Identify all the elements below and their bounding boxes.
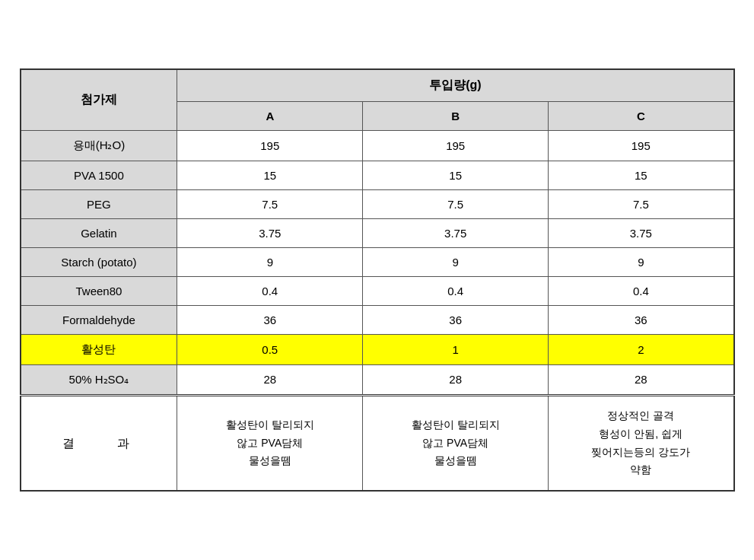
col-b-cell: 0.4	[363, 276, 549, 305]
col-c-cell: 195	[549, 130, 734, 161]
col-c-cell: 9	[549, 247, 734, 276]
result-col-a: 활성탄이 탈리되지 않고 PVA담체 물성을뗌	[177, 395, 363, 491]
col-a-cell: 195	[177, 130, 363, 161]
result-label: 결 과	[21, 395, 177, 491]
col-b-cell: 195	[363, 130, 549, 161]
col-a-cell: 7.5	[177, 189, 363, 218]
additive-cell: 용매(H₂O)	[21, 130, 177, 161]
additive-cell: Gelatin	[21, 218, 177, 247]
table-row: Starch (potato)999	[21, 247, 734, 276]
col-b-cell: 9	[363, 247, 549, 276]
additive-cell: PEG	[21, 189, 177, 218]
table-row: 활성탄0.512	[21, 334, 734, 364]
additive-header: 첨가제	[21, 69, 177, 131]
additive-cell: 50% H₂SO₄	[21, 364, 177, 395]
additive-cell: 활성탄	[21, 334, 177, 364]
table-body: 용매(H₂O)195195195PVA 1500151515PEG7.57.57…	[21, 130, 734, 491]
col-a-cell: 36	[177, 305, 363, 334]
additive-cell: Starch (potato)	[21, 247, 177, 276]
col-a-cell: 28	[177, 364, 363, 395]
data-table: 첨가제 투입량(g) A B C 용매(H₂O)195195195PVA 150…	[20, 68, 735, 492]
table-row: 50% H₂SO₄282828	[21, 364, 734, 395]
col-a-cell: 15	[177, 161, 363, 189]
table-row: Formaldehyde363636	[21, 305, 734, 334]
col-b-cell: 28	[363, 364, 549, 395]
header-row: 첨가제 투입량(g)	[21, 69, 734, 102]
additive-cell: Formaldehyde	[21, 305, 177, 334]
table-row: Gelatin3.753.753.75	[21, 218, 734, 247]
col-c-cell: 3.75	[549, 218, 734, 247]
col-b-cell: 15	[363, 161, 549, 189]
col-c-cell: 7.5	[549, 189, 734, 218]
table-row: PVA 1500151515	[21, 161, 734, 189]
result-col-b: 활성탄이 탈리되지 않고 PVA담체 물성을뗌	[363, 395, 549, 491]
col-c-header: C	[549, 101, 734, 130]
col-a-cell: 9	[177, 247, 363, 276]
col-c-cell: 2	[549, 334, 734, 364]
col-c-cell: 0.4	[549, 276, 734, 305]
col-b-cell: 1	[363, 334, 549, 364]
table-row: 용매(H₂O)195195195	[21, 130, 734, 161]
table-wrapper: 첨가제 투입량(g) A B C 용매(H₂O)195195195PVA 150…	[20, 68, 735, 492]
col-c-cell: 36	[549, 305, 734, 334]
col-b-cell: 36	[363, 305, 549, 334]
result-col-c: 정상적인 골격 형성이 안됨, 쉽게 찢어지는등의 강도가 약함	[549, 395, 734, 491]
result-row: 결 과활성탄이 탈리되지 않고 PVA담체 물성을뗌활성탄이 탈리되지 않고 P…	[21, 395, 734, 491]
col-c-cell: 15	[549, 161, 734, 189]
col-a-cell: 0.5	[177, 334, 363, 364]
col-b-header: B	[363, 101, 549, 130]
col-a-header: A	[177, 101, 363, 130]
col-b-cell: 3.75	[363, 218, 549, 247]
col-a-cell: 3.75	[177, 218, 363, 247]
col-b-cell: 7.5	[363, 189, 549, 218]
additive-cell: Tween80	[21, 276, 177, 305]
additive-cell: PVA 1500	[21, 161, 177, 189]
col-c-cell: 28	[549, 364, 734, 395]
input-amount-header: 투입량(g)	[177, 69, 734, 102]
col-a-cell: 0.4	[177, 276, 363, 305]
table-row: Tween800.40.40.4	[21, 276, 734, 305]
table-row: PEG7.57.57.5	[21, 189, 734, 218]
